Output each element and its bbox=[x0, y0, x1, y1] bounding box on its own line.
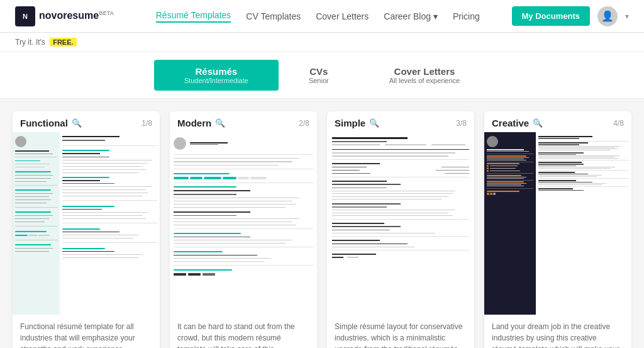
template-card-header-simple: Simple 🔍 3/8 bbox=[327, 111, 474, 132]
tab-cvs[interactable]: CVs Senior bbox=[279, 60, 359, 91]
template-description-functional: Functional résumé template for all indus… bbox=[13, 315, 160, 348]
search-icon[interactable]: 🔍 bbox=[533, 118, 543, 128]
nav-cv-templates[interactable]: CV Templates bbox=[246, 11, 301, 21]
template-description-modern: It can be hard to stand out from the cro… bbox=[170, 315, 317, 348]
template-preview-simple bbox=[327, 132, 474, 315]
search-icon[interactable]: 🔍 bbox=[369, 118, 379, 128]
template-count-creative: 4/8 bbox=[613, 119, 624, 128]
main-nav: Résumé Templates CV Templates Cover Lett… bbox=[144, 10, 492, 23]
main-content: Functional 🔍 1/8 bbox=[0, 99, 644, 348]
template-count-functional: 1/8 bbox=[142, 119, 152, 128]
header-right: My Documents 👤 ▾ bbox=[512, 6, 629, 26]
template-card-header-creative: Creative 🔍 4/8 bbox=[484, 111, 631, 132]
nav-pricing[interactable]: Pricing bbox=[453, 11, 480, 21]
template-count-simple: 3/8 bbox=[456, 119, 467, 128]
template-preview-creative bbox=[484, 132, 631, 315]
logo-text: novoresumeBETA bbox=[39, 10, 114, 21]
template-card-functional[interactable]: Functional 🔍 1/8 bbox=[13, 111, 160, 348]
template-preview-functional bbox=[13, 132, 160, 315]
template-card-modern[interactable]: Modern 🔍 2/8 bbox=[170, 111, 317, 348]
tab-section: Résumés Student/Intermediate CVs Senior … bbox=[0, 52, 644, 99]
template-description-creative: Land your dream job in the creative indu… bbox=[484, 315, 631, 348]
my-documents-button[interactable]: My Documents bbox=[512, 6, 590, 26]
search-icon[interactable]: 🔍 bbox=[215, 118, 225, 128]
template-title-simple: Simple bbox=[335, 118, 365, 128]
chevron-down-icon[interactable]: ▾ bbox=[625, 12, 629, 21]
header: N novoresumeBETA Résumé Templates CV Tem… bbox=[0, 0, 644, 33]
logo-icon: N bbox=[15, 6, 35, 26]
template-preview-modern bbox=[170, 132, 317, 315]
template-title-modern: Modern bbox=[177, 118, 211, 128]
try-banner: Try it. It's FREE. bbox=[0, 33, 644, 52]
template-card-creative[interactable]: Creative 🔍 4/8 bbox=[484, 111, 631, 348]
logo[interactable]: N novoresumeBETA bbox=[15, 6, 114, 26]
template-title-functional: Functional bbox=[20, 118, 68, 128]
chevron-down-icon: ▾ bbox=[433, 11, 438, 21]
template-description-simple: Simple résumé layout for conservative in… bbox=[327, 315, 474, 348]
avatar[interactable]: 👤 bbox=[597, 6, 618, 26]
search-icon[interactable]: 🔍 bbox=[72, 118, 82, 128]
template-grid: Functional 🔍 1/8 bbox=[13, 111, 631, 348]
template-title-creative: Creative bbox=[492, 118, 529, 128]
nav-cover-letters[interactable]: Cover Letters bbox=[316, 11, 369, 21]
template-card-header: Functional 🔍 1/8 bbox=[13, 111, 160, 132]
nav-career-blog[interactable]: Career Blog ▾ bbox=[384, 11, 438, 21]
template-card-header-modern: Modern 🔍 2/8 bbox=[170, 111, 317, 132]
tab-resumes[interactable]: Résumés Student/Intermediate bbox=[154, 60, 279, 91]
tab-cover-letters[interactable]: Cover Letters All levels of experience bbox=[359, 60, 491, 91]
free-badge: FREE. bbox=[50, 38, 76, 47]
nav-resume-templates[interactable]: Résumé Templates bbox=[156, 10, 231, 23]
template-card-simple[interactable]: Simple 🔍 3/8 bbox=[327, 111, 474, 348]
template-count-modern: 2/8 bbox=[299, 119, 309, 128]
